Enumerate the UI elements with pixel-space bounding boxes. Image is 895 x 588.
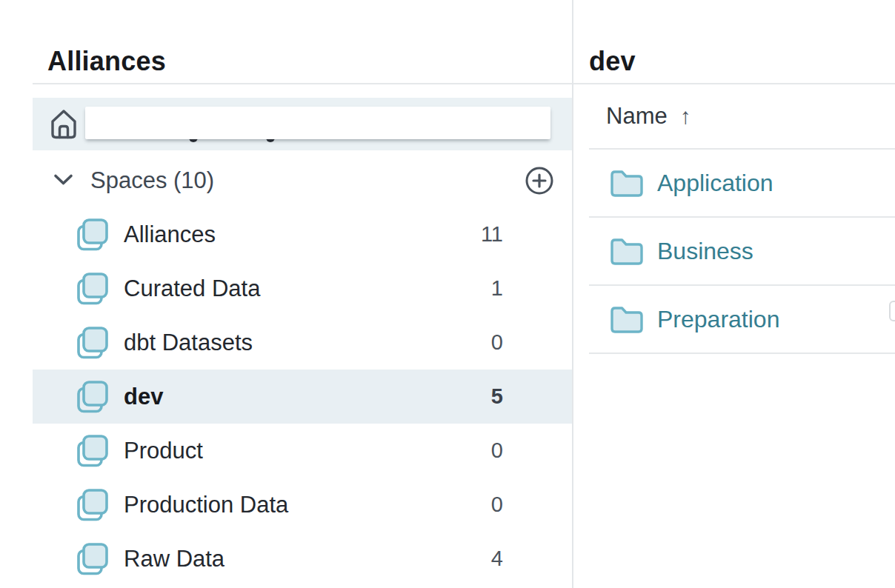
right-edge-artifact: [889, 301, 895, 321]
space-icon: [76, 434, 109, 468]
sidebar-item-label: Curated Data: [124, 275, 260, 302]
sidebar-item-count: 11: [481, 222, 503, 247]
home-icon: [49, 107, 79, 141]
name-column-header[interactable]: Name ↑: [589, 84, 895, 150]
add-space-button[interactable]: [525, 166, 554, 196]
space-icon: [76, 218, 109, 252]
folder-icon: [610, 304, 644, 334]
spaces-section-label: Spaces (10): [90, 167, 214, 194]
page-title: dev: [589, 46, 636, 77]
sidebar-item-count: 0: [491, 330, 503, 355]
sidebar-title: Alliances: [47, 46, 166, 77]
sidebar-item-raw-data[interactable]: Raw Data 4: [33, 532, 572, 586]
space-icon: [76, 380, 109, 414]
sort-ascending-icon: ↑: [680, 104, 691, 129]
sidebar-item-dev[interactable]: dev 5: [33, 370, 572, 424]
folder-icon: [610, 168, 644, 198]
sidebar-item-count: 0: [491, 492, 503, 517]
folder-link[interactable]: Preparation: [657, 306, 779, 333]
sidebar-item-label: dev: [124, 384, 163, 410]
sidebar-item-label: Production Data: [124, 492, 288, 518]
name-header-label: Name: [606, 103, 668, 130]
sidebar-item-production-data[interactable]: Production Data 0: [33, 478, 572, 532]
folder-link[interactable]: Application: [657, 170, 773, 197]
redacted-overlay: [85, 107, 550, 139]
space-icon: [76, 542, 109, 576]
sidebar-item-curated-data[interactable]: Curated Data 1: [33, 261, 572, 315]
sidebar-item-product[interactable]: Product 0: [33, 424, 572, 478]
folder-icon: [610, 236, 644, 266]
sidebar-item-alliances[interactable]: Alliances 11: [33, 207, 572, 261]
app-window: Alliances dev Spaces (10): [0, 0, 895, 588]
folder-row-business[interactable]: Business: [589, 218, 895, 286]
folder-row-application[interactable]: Application: [589, 150, 895, 218]
sidebar-item-dbt-datasets[interactable]: dbt Datasets 0: [33, 315, 572, 370]
sidebar-item-label: Product: [124, 438, 203, 464]
chevron-down-icon: [53, 173, 73, 186]
sidebar-item-count: 4: [491, 547, 503, 571]
space-icon: [76, 326, 109, 360]
sidebar-item-home[interactable]: [33, 98, 572, 150]
plus-circle-icon: [525, 166, 554, 196]
sidebar-item-count: 1: [491, 276, 503, 301]
space-icon: [76, 488, 109, 522]
folder-link[interactable]: Business: [657, 238, 753, 265]
sidebar-item-label: dbt Datasets: [124, 330, 253, 356]
sidebar-item-count: 5: [491, 384, 503, 409]
spaces-section-header[interactable]: Spaces (10): [33, 159, 572, 201]
space-icon: [76, 272, 109, 306]
sidebar-item-label: Raw Data: [124, 546, 224, 572]
sidebar-item-label: Alliances: [124, 221, 216, 248]
sidebar-item-count: 0: [491, 438, 503, 463]
folder-row-preparation[interactable]: Preparation: [589, 286, 895, 354]
panel-divider: [572, 0, 573, 588]
